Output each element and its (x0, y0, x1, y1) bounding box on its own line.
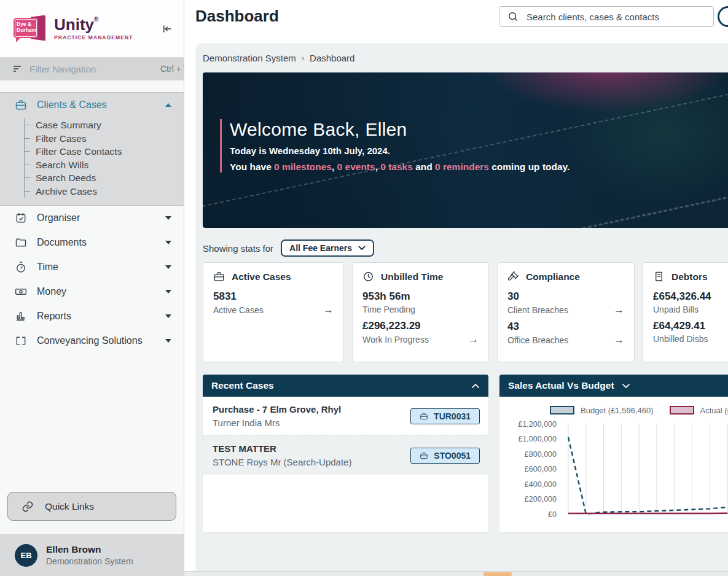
brand-tagline: PRACTICE MANAGEMENT (54, 34, 133, 41)
sidebar-item-documents[interactable]: Documents (0, 230, 184, 255)
scrollbar-thumb[interactable] (483, 572, 512, 576)
filter-icon (14, 66, 21, 72)
banner-link[interactable]: 0 reminders (435, 162, 489, 172)
sidebar-item-clients-cases[interactable]: Clients & Cases (0, 93, 184, 117)
filter-navigation-input[interactable] (29, 64, 152, 74)
chevron-down-icon[interactable] (165, 265, 171, 269)
sidebar-item-money[interactable]: Money (0, 279, 184, 304)
chevron-up-icon[interactable] (471, 383, 480, 389)
banner-link[interactable]: 0 events (337, 162, 375, 172)
search-input[interactable] (526, 12, 706, 22)
metric: 43Office Breaches→ (507, 321, 624, 345)
metric: £296,223.29Work In Progress→ (362, 320, 479, 344)
sidebar-subitem[interactable]: Case Summary (25, 119, 184, 132)
banner-text: and (413, 162, 435, 172)
metric: 30Client Breaches→ (507, 290, 624, 315)
chevron-down-icon[interactable] (165, 290, 171, 294)
sidebar-item-label: Clients & Cases (37, 99, 107, 111)
stats-filter-row: Showing stats for All Fee Earners (203, 239, 728, 257)
stat-card-header: Unbilled Time (362, 271, 479, 282)
bar-chart-icon (15, 310, 27, 322)
banner-decor-road (203, 168, 728, 228)
case-reference: TUR0031 (434, 411, 471, 421)
clients-cases-subnav: Case SummaryFilter CasesFilter Case Cont… (24, 119, 184, 198)
case-reference-badge[interactable]: STO0051 (410, 448, 480, 464)
fee-earners-dropdown[interactable]: All Fee Earners (281, 239, 374, 257)
arrow-right-icon[interactable]: → (323, 305, 334, 315)
case-client: STONE Roys Mr (Search-Update) (213, 457, 351, 467)
svg-text:£1,000,000: £1,000,000 (518, 435, 557, 443)
metric: £654,326.44Unpaid Bills (653, 290, 728, 314)
avatar: EB (15, 544, 37, 567)
sidebar-subitem[interactable]: Filter Case Contacts (25, 145, 184, 158)
metric-label: Work In Progress (362, 335, 429, 344)
brand-text: Unity® PRACTICE MANAGEMENT (54, 17, 133, 41)
product-name: Unity (54, 15, 94, 34)
case-reference-badge[interactable]: TUR0031 (410, 408, 480, 424)
stat-card-header: Active Cases (213, 271, 334, 282)
sidebar-subitem[interactable]: Filter Cases (25, 132, 184, 146)
logo-line2: Durham (17, 28, 38, 34)
arrow-right-icon[interactable]: → (614, 335, 624, 345)
metric-label: Time Pending (362, 305, 415, 314)
sidebar-item-reports[interactable]: Reports (0, 304, 184, 329)
briefcase-icon (15, 99, 27, 111)
stat-cards-row: Active Cases5831Active Cases→Unbilled Ti… (203, 262, 728, 362)
arrow-right-icon[interactable]: → (468, 334, 479, 344)
receipt-icon (653, 271, 665, 282)
global-search (499, 6, 714, 27)
legend-label: Actual (£2,28 (700, 406, 728, 415)
chevron-down-icon[interactable] (165, 314, 171, 318)
header-profile-button[interactable] (718, 6, 728, 27)
stat-card-title: Unbilled Time (381, 271, 443, 282)
chart-legend: Budget (£1,596,460)Actual (£2,28 (550, 404, 728, 416)
stat-card-unbilled-time: Unbilled Time953h 56mTime Pending£296,22… (352, 262, 489, 362)
sidebar-nav-list: OrganiserDocumentsTimeMoneyReportsConvey… (0, 206, 184, 353)
svg-text:£200,000: £200,000 (525, 495, 557, 504)
breadcrumb: Demonstration System › Dashboard (203, 52, 728, 64)
banner-link[interactable]: 0 tasks (380, 162, 413, 172)
sidebar-subitem[interactable]: Archive Cases (25, 185, 184, 198)
case-row[interactable]: TEST MATTERSTONE Roys Mr (Search-Update)… (203, 435, 488, 475)
chevron-down-icon[interactable] (165, 339, 171, 343)
sidebar-subitem[interactable]: Search Wills (25, 158, 184, 172)
sales-chart-header[interactable]: Sales Actual Vs Budget (499, 375, 728, 397)
sidebar-collapse-icon[interactable] (160, 23, 173, 35)
horizontal-scrollbar[interactable] (184, 571, 728, 576)
chevron-up-icon[interactable] (165, 103, 171, 107)
welcome-title: Welcome Back, Ellen (230, 119, 569, 140)
sidebar-subitem[interactable]: Search Deeds (25, 171, 184, 185)
case-client: Turner India Mrs (213, 418, 341, 428)
banner-text: , (332, 162, 337, 172)
chevron-down-icon[interactable] (622, 383, 630, 389)
svg-text:£600,000: £600,000 (525, 465, 557, 473)
breadcrumb-root[interactable]: Demonstration System (203, 53, 296, 63)
briefcase-icon (420, 451, 428, 460)
sidebar-item-conveyancing-solutions[interactable]: Conveyancing Solutions (0, 329, 184, 353)
fee-earners-value: All Fee Earners (289, 243, 352, 253)
metric-value: £296,223.29 (362, 320, 479, 332)
calendar-icon (15, 212, 27, 224)
stat-card-title: Debtors (671, 271, 708, 282)
briefcase-icon (420, 412, 428, 421)
chevron-down-icon[interactable] (165, 241, 171, 244)
recent-cases-header[interactable]: Recent Cases (203, 375, 488, 397)
quick-links-button[interactable]: Quick Links (7, 492, 176, 521)
filter-shortcut-hint: Ctrl + \ (160, 64, 186, 74)
stat-card-title: Active Cases (232, 271, 291, 282)
sidebar-item-organiser[interactable]: Organiser (0, 206, 184, 230)
user-profile-row[interactable]: EB Ellen Brown Demonstration System (0, 534, 184, 576)
banner-text: , (375, 162, 381, 172)
recent-cases-title: Recent Cases (211, 380, 274, 391)
metric: £64,429.41Unbilled Disbs (653, 320, 728, 344)
banner-text: coming up today. (489, 162, 569, 172)
case-row[interactable]: Purchase - 7 Elm Grove, RhylTurner India… (203, 397, 488, 435)
chevron-down-icon[interactable] (165, 216, 171, 220)
banner-link[interactable]: 0 milestones (274, 162, 332, 172)
sales-chart: £1,200,000£1,000,000£800,000£600,000£400… (499, 416, 728, 528)
sidebar-item-time[interactable]: Time (0, 255, 184, 279)
quick-links-label: Quick Links (45, 501, 94, 512)
arrow-right-icon[interactable]: → (614, 305, 624, 315)
legend-swatch (670, 406, 694, 414)
metric-value: £64,429.41 (653, 320, 728, 332)
